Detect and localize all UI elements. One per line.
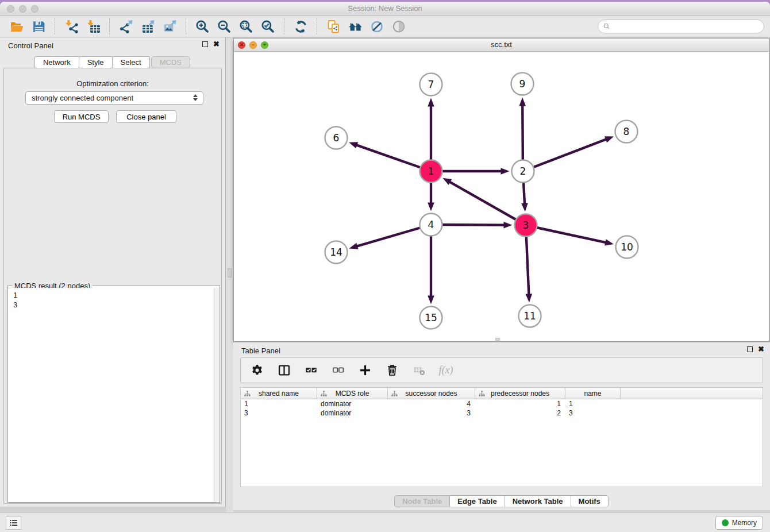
table-cell[interactable]: dominator xyxy=(317,399,388,408)
graph-node-8[interactable]: 8 xyxy=(615,121,638,143)
optimization-criterion-label: Optimization criterion: xyxy=(0,79,225,88)
svg-text:9: 9 xyxy=(519,78,526,90)
table-tab-edge-table[interactable]: Edge Table xyxy=(449,495,505,507)
toolbar-separator xyxy=(317,18,317,34)
control-tab-select[interactable]: Select xyxy=(112,56,150,68)
toolbar-separator xyxy=(55,18,55,34)
edge-4-14[interactable] xyxy=(349,225,431,249)
export-image-icon[interactable] xyxy=(161,18,178,35)
splitter-grip[interactable] xyxy=(228,268,232,277)
table-row[interactable]: 1dominator411 xyxy=(241,399,763,408)
trash-icon[interactable] xyxy=(385,364,399,377)
edge-3-10[interactable] xyxy=(526,225,614,246)
titlebar: Session: New Session xyxy=(0,2,770,16)
edge-2-8[interactable] xyxy=(523,136,614,171)
graph-node-15[interactable]: 15 xyxy=(420,307,442,329)
zoom-out-icon[interactable] xyxy=(215,18,233,35)
edge-3-1[interactable] xyxy=(442,178,526,225)
graph-node-7[interactable]: 7 xyxy=(420,74,442,96)
import-network-icon[interactable] xyxy=(63,18,80,35)
table-cell[interactable]: 3 xyxy=(388,408,475,418)
refresh-icon[interactable] xyxy=(292,18,309,35)
edge-1-6[interactable] xyxy=(349,142,431,171)
graph-node-1[interactable]: 1 xyxy=(420,160,442,183)
network-view-window: ✕ − + scc.txt 7968124314101511 xyxy=(233,38,769,342)
mcds-result-group: MCDS result (2 nodes) 1 3 xyxy=(7,286,220,503)
edge-4-15[interactable] xyxy=(428,225,434,304)
optimization-dropdown[interactable]: strongly connected component xyxy=(25,91,203,105)
run-mcds-button[interactable]: Run MCDS xyxy=(54,110,109,123)
shared-column-icon xyxy=(320,390,328,398)
column-header-shared-name[interactable]: shared name xyxy=(241,388,317,399)
control-tab-mcds[interactable]: MCDS xyxy=(151,56,190,68)
float-table-panel-icon[interactable] xyxy=(747,346,753,352)
network-window-title: scc.txt xyxy=(234,40,769,49)
settings-gear-icon[interactable] xyxy=(250,364,264,377)
table-cell[interactable]: 1 xyxy=(565,399,621,408)
duplicate-network-icon[interactable] xyxy=(325,18,342,35)
control-tab-network[interactable]: Network xyxy=(34,56,79,68)
graph-node-3[interactable]: 3 xyxy=(515,214,537,237)
search-input[interactable] xyxy=(614,22,759,30)
table-cell[interactable]: 1 xyxy=(241,399,317,408)
save-icon[interactable] xyxy=(30,18,47,35)
svg-text:15: 15 xyxy=(425,312,437,323)
table-panel: Table Panel ✖ f(x) shared nameMCDS roles… xyxy=(233,342,770,510)
table-tab-motifs[interactable]: Motifs xyxy=(571,495,609,507)
edge-4-3[interactable] xyxy=(431,222,513,229)
table-tab-node-table[interactable]: Node Table xyxy=(394,495,450,507)
table-tab-network-table[interactable]: Network Table xyxy=(505,495,571,507)
log-console-button[interactable] xyxy=(6,516,21,530)
zoom-in-icon[interactable] xyxy=(194,18,211,35)
graph-node-9[interactable]: 9 xyxy=(511,73,534,95)
table-cell[interactable]: 2 xyxy=(475,408,565,418)
eye-icon xyxy=(390,18,407,35)
panel-splitter[interactable] xyxy=(226,37,233,512)
column-header-successor-nodes[interactable]: successor nodes xyxy=(388,388,475,399)
graph-node-11[interactable]: 11 xyxy=(519,305,541,327)
control-panel-title: Control Panel xyxy=(8,41,53,50)
mcds-result-values[interactable]: 1 3 xyxy=(9,288,214,502)
network-canvas[interactable]: 7968124314101511 xyxy=(234,52,769,341)
table-cell[interactable]: 3 xyxy=(565,408,621,418)
close-panel-icon[interactable]: ✖ xyxy=(213,41,220,48)
network-window-titlebar[interactable]: ✕ − + scc.txt xyxy=(234,38,769,52)
graph-node-10[interactable]: 10 xyxy=(616,236,638,259)
open-folder-icon[interactable] xyxy=(8,18,25,35)
shared-column-icon xyxy=(391,390,398,398)
graph-node-4[interactable]: 4 xyxy=(420,214,442,236)
svg-text:6: 6 xyxy=(333,132,340,144)
close-table-panel-icon[interactable]: ✖ xyxy=(758,346,764,353)
columns-icon[interactable] xyxy=(277,364,291,377)
float-panel-icon[interactable] xyxy=(202,41,208,47)
zoom-selected-icon[interactable] xyxy=(259,18,276,35)
window-resize-grip[interactable] xyxy=(495,338,500,341)
search-box[interactable] xyxy=(598,20,764,33)
table-cell[interactable]: 4 xyxy=(388,399,475,408)
graph-node-6[interactable]: 6 xyxy=(325,127,348,149)
column-header-MCDS-role[interactable]: MCDS role xyxy=(317,388,388,399)
table-row[interactable]: 3dominator323 xyxy=(241,408,763,418)
style-icon[interactable] xyxy=(368,18,386,35)
import-table-icon[interactable] xyxy=(84,18,102,35)
column-header-predecessor-nodes[interactable]: predecessor nodes xyxy=(475,388,565,399)
table-cell[interactable]: 1 xyxy=(475,399,565,408)
graph-node-2[interactable]: 2 xyxy=(512,160,534,183)
result-scrollbar[interactable] xyxy=(214,288,219,502)
deselect-all-icon[interactable] xyxy=(331,364,345,377)
column-header-name[interactable]: name xyxy=(565,388,621,399)
select-all-icon[interactable] xyxy=(304,364,318,377)
export-network-icon[interactable] xyxy=(117,18,134,35)
zoom-fit-icon[interactable] xyxy=(237,18,255,35)
fx-icon: f(x) xyxy=(439,364,453,377)
graph-node-14[interactable]: 14 xyxy=(325,241,348,264)
table-cell[interactable]: 3 xyxy=(241,408,317,418)
memory-button[interactable]: Memory xyxy=(715,516,763,530)
table-header: shared nameMCDS rolesuccessor nodesprede… xyxy=(241,388,763,399)
add-icon[interactable] xyxy=(358,364,372,377)
export-table-icon[interactable] xyxy=(139,18,156,35)
home-icon[interactable] xyxy=(346,18,364,35)
table-cell[interactable]: dominator xyxy=(317,408,388,418)
close-panel-button[interactable]: Close panel xyxy=(116,110,176,123)
control-tab-style[interactable]: Style xyxy=(79,56,113,68)
